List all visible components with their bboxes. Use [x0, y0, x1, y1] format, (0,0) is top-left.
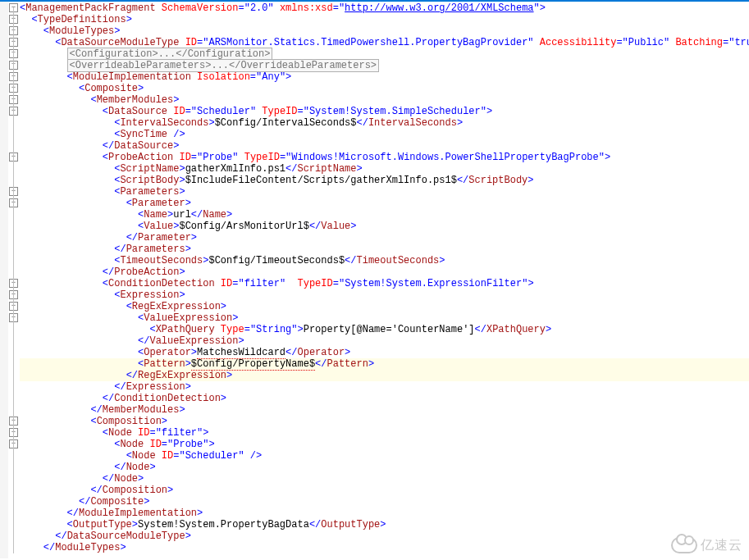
- code-line[interactable]: <Parameters>: [20, 186, 749, 198]
- code-line[interactable]: </ModuleImplementation>: [20, 508, 749, 519]
- code-line[interactable]: <Value>$Config/ArsMonitorUrl$</Value>: [20, 221, 749, 232]
- code-line[interactable]: <ModuleTypes>: [20, 25, 749, 37]
- code-line[interactable]: </RegExExpression>: [20, 370, 749, 381]
- code-line[interactable]: <OutputType>System!System.PropertyBagDat…: [20, 519, 749, 530]
- code-line[interactable]: <DataSource ID="Scheduler" TypeID="Syste…: [20, 106, 749, 117]
- code-line[interactable]: </Composite>: [20, 496, 749, 508]
- code-line[interactable]: <ProbeAction ID="Probe" TypeID="Windows!…: [20, 152, 749, 163]
- code-line[interactable]: </Parameter>: [20, 232, 749, 244]
- code-line[interactable]: <Expression>: [20, 289, 749, 301]
- code-line[interactable]: <Composition>: [20, 416, 749, 427]
- code-line[interactable]: </Node>: [20, 473, 749, 485]
- code-line[interactable]: <MemberModules>: [20, 94, 749, 106]
- code-line[interactable]: </Node>: [20, 462, 749, 473]
- code-line[interactable]: <Node ID="Probe">: [20, 439, 749, 450]
- code-line[interactable]: <OverrideableParameters>...</Overrideabl…: [20, 60, 749, 71]
- code-line[interactable]: <ConditionDetection ID="filter" TypeID="…: [20, 278, 749, 289]
- code-line[interactable]: </ModuleTypes>: [20, 542, 749, 553]
- code-line[interactable]: </DataSource>: [20, 140, 749, 152]
- code-area[interactable]: <ManagementPackFragment SchemaVersion="2…: [20, 2, 749, 553]
- code-line[interactable]: <SyncTime />: [20, 129, 749, 140]
- watermark: 亿速云: [671, 537, 742, 553]
- code-line[interactable]: </ValueExpression>: [20, 335, 749, 347]
- code-line[interactable]: <Parameter>: [20, 198, 749, 209]
- code-line[interactable]: <XPathQuery Type="String">Property[@Name…: [20, 324, 749, 335]
- fold-guide: [13, 7, 14, 553]
- code-line[interactable]: </Parameters>: [20, 244, 749, 255]
- code-line[interactable]: <ScriptName>gatherXmlInfo.ps1</ScriptNam…: [20, 163, 749, 175]
- code-line[interactable]: </DataSourceModuleType>: [20, 530, 749, 542]
- code-line[interactable]: <Node ID="Scheduler" />: [20, 450, 749, 462]
- code-line[interactable]: </ProbeAction>: [20, 266, 749, 278]
- code-line[interactable]: <TimeoutSeconds>$Config/TimeoutSeconds$<…: [20, 255, 749, 266]
- code-line[interactable]: </MemberModules>: [20, 404, 749, 416]
- code-line[interactable]: <TypeDefinitions>: [20, 14, 749, 25]
- code-line[interactable]: <ValueExpression>: [20, 312, 749, 324]
- code-line[interactable]: <Node ID="filter">: [20, 427, 749, 439]
- code-line[interactable]: <ManagementPackFragment SchemaVersion="2…: [20, 2, 749, 14]
- code-line[interactable]: </Expression>: [20, 381, 749, 393]
- fold-column[interactable]: −−−−++−−−−−−−−−−−−−−: [8, 2, 20, 558]
- watermark-text: 亿速云: [701, 540, 742, 551]
- code-line[interactable]: </Composition>: [20, 485, 749, 496]
- code-line[interactable]: <ModuleImplementation Isolation="Any">: [20, 71, 749, 83]
- code-line[interactable]: <IntervalSeconds>$Config/IntervalSeconds…: [20, 117, 749, 129]
- xml-editor[interactable]: −−−−++−−−−−−−−−−−−−− <ManagementPackFrag…: [0, 0, 749, 558]
- code-line[interactable]: <Configuration>...</Configuration>: [20, 48, 749, 60]
- code-line[interactable]: <ScriptBody>$IncludeFileContent/Scripts/…: [20, 175, 749, 186]
- code-line[interactable]: </ConditionDetection>: [20, 393, 749, 404]
- cloud-icon: [671, 537, 697, 553]
- code-line[interactable]: <RegExExpression>: [20, 301, 749, 312]
- code-line[interactable]: <Pattern>$Config/PropertyName$</Pattern>: [20, 358, 749, 370]
- code-line[interactable]: <Operator>MatchesWildcard</Operator>: [20, 347, 749, 358]
- code-line[interactable]: <DataSourceModuleType ID="ARSMonitor.Sta…: [20, 37, 749, 48]
- code-line[interactable]: <Composite>: [20, 83, 749, 94]
- code-line[interactable]: <Name>url</Name>: [20, 209, 749, 221]
